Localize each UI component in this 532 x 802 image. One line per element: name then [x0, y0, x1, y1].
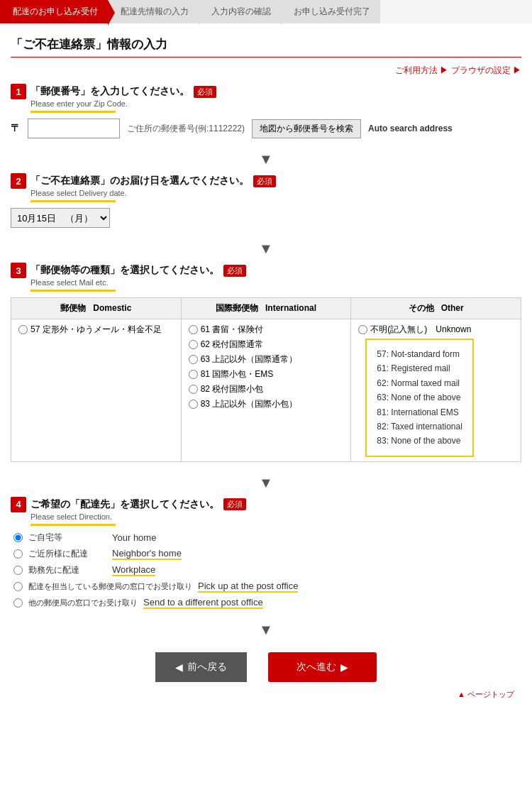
section3-header: 3 「郵便物等の種類」を選択してください。 必須 [11, 263, 521, 278]
domestic-cell: 57 定形外・ゆうメール・料金不足 [11, 319, 182, 462]
page-top-link[interactable]: ▲ ページトップ [458, 690, 514, 698]
page-title: 「ご不在連絡票」情報の入力 [11, 36, 521, 53]
radio-other-post[interactable] [13, 598, 23, 608]
direction-label-jp-other-post: 他の郵便局の窓口でお受け取り [28, 598, 138, 608]
col-other-en: Other [441, 303, 464, 313]
tooltip-line-2: 61: Registered mail [377, 361, 462, 375]
radio-row-unknown: 不明(記入無し) Unknown [358, 324, 514, 336]
section4-title-en: Please select Direction. [11, 512, 521, 521]
page-top-link-container: ▲ ページトップ [11, 689, 521, 700]
date-select[interactable]: 10月15日 （月）10月16日 （火）10月17日 （水） [11, 208, 110, 228]
col-other-header: その他 Other [351, 298, 521, 319]
arrow-down-1: ▼ [11, 151, 521, 167]
radio-workplace[interactable] [13, 566, 23, 575]
radio-61[interactable] [189, 325, 198, 334]
section4-title-jp: ご希望の「配達先」を選択してください。 [31, 498, 219, 511]
mail-type-table: 郵便物 Domestic 国際郵便物 International その他 Oth… [11, 297, 521, 462]
radio-row-82: 82 税付国際小包 [189, 383, 344, 395]
section2-title-jp: 「ご不在連絡票」のお届け日を選んでください。 [31, 175, 249, 187]
direction-label-jp-home: ご自宅等 [28, 532, 106, 544]
section-date: 2 「ご不在連絡票」のお届け日を選んでください。 必須 Please selec… [11, 173, 521, 228]
direction-label-jp-pickup: 配達を担当している郵便局の窓口でお受け取り [28, 581, 192, 592]
section4-number: 4 [11, 497, 26, 512]
back-arrow-icon: ◀ [175, 661, 183, 673]
usage-link[interactable]: ご利用方法 [395, 65, 438, 75]
label-83: 83 上記以外（国際小包） [201, 398, 298, 410]
col-domestic-header: 郵便物 Domestic [11, 298, 182, 319]
radio-row-83: 83 上記以外（国際小包） [189, 398, 344, 410]
direction-row-workplace: 勤務先に配達 Workplace [13, 564, 521, 576]
section1-number: 1 [11, 84, 26, 99]
radio-pickup[interactable] [13, 582, 23, 591]
international-cell: 61 書留・保険付 62 税付国際通常 63 上記以外（国際通常） 8 [181, 319, 351, 462]
direction-label-en-pickup: Pick up at the post office [198, 581, 298, 593]
tooltip-line-5: 81: International EMS [377, 405, 462, 419]
section4-required: 必須 [223, 498, 246, 510]
section4-header: 4 ご希望の「配達先」を選択してください。 必須 [11, 497, 521, 512]
radio-83[interactable] [189, 400, 198, 409]
top-links: ご利用方法 ▶ ブラウザの設定 ▶ [11, 65, 521, 77]
direction-label-jp-workplace: 勤務先に配達 [28, 564, 106, 576]
direction-row-other-post: 他の郵便局の窓口でお受け取り Send to a different post … [13, 597, 521, 609]
label-82: 82 税付国際小包 [201, 383, 264, 395]
radio-row-61: 61 書留・保険付 [189, 324, 344, 336]
section3-title-en: Please select Mail etc. [11, 278, 521, 287]
breadcrumb-step-1-label: 配達のお申し込み受付 [13, 6, 98, 18]
section-zip: 1 「郵便番号」を入力してください。 必須 Please enter your … [11, 84, 521, 138]
radio-62[interactable] [189, 340, 198, 349]
radio-63[interactable] [189, 355, 198, 364]
breadcrumb-step-3-label: 入力内容の確認 [211, 6, 271, 18]
radio-57[interactable] [18, 325, 28, 334]
radio-row-62: 62 税付国際通常 [189, 339, 344, 351]
back-button-label: 前へ戻る [187, 661, 227, 674]
breadcrumb-step-2-label: 配達先情報の入力 [121, 6, 189, 18]
radio-neighbor[interactable] [13, 549, 23, 559]
section-mail-type: 3 「郵便物等の種類」を選択してください。 必須 Please select M… [11, 263, 521, 462]
tooltip-line-7: 83: None of the above [377, 434, 462, 448]
next-button[interactable]: 次へ進む ▶ [268, 652, 377, 682]
auto-search-label: Auto search address [368, 123, 453, 133]
section-direction: 4 ご希望の「配達先」を選択してください。 必須 Please select D… [11, 497, 521, 609]
radio-81[interactable] [189, 370, 198, 379]
breadcrumb-step-4-label: お申し込み受付完了 [294, 6, 370, 18]
breadcrumb: 配達のお申し込み受付 配達先情報の入力 入力内容の確認 お申し込み受付完了 [0, 0, 532, 23]
divider [11, 57, 521, 57]
direction-label-en-neighbor: Neighbor's home [112, 548, 182, 560]
breadcrumb-step-4: お申し込み受付完了 [281, 0, 380, 23]
direction-row-pickup: 配達を担当している郵便局の窓口でお受け取り Pick up at the pos… [13, 581, 521, 593]
label-81: 81 国際小包・EMS [201, 368, 274, 380]
section1-title-en: Please enter your Zip Code. [11, 99, 521, 108]
bottom-nav: ◀ 前へ戻る 次へ進む ▶ [11, 652, 521, 682]
radio-home[interactable] [13, 533, 23, 542]
other-cell: 不明(記入無し) Unknown 57: Not-standard form 6… [351, 319, 521, 462]
next-button-label: 次へ進む [297, 661, 336, 674]
breadcrumb-step-1: 配達のお申し込み受付 [0, 0, 108, 23]
zip-search-button[interactable]: 地図から郵便番号を検索 [252, 119, 361, 138]
radio-unknown[interactable] [358, 325, 367, 334]
browser-link[interactable]: ブラウザの設定 [451, 65, 511, 75]
section3-number: 3 [11, 263, 26, 278]
tooltip-line-6: 82: Taxed international [377, 419, 462, 434]
label-57: 57 定形外・ゆうメール・料金不足 [31, 324, 162, 336]
radio-82[interactable] [189, 385, 198, 394]
radio-row-63: 63 上記以外（国際通常） [189, 353, 344, 366]
breadcrumb-step-3: 入力内容の確認 [199, 0, 281, 23]
back-button[interactable]: ◀ 前へ戻る [155, 652, 247, 682]
col-international-en: International [265, 303, 316, 313]
zip-input[interactable] [28, 119, 120, 138]
radio-row-57: 57 定形外・ゆうメール・料金不足 [18, 324, 174, 336]
direction-label-jp-neighbor: ご近所様に配達 [28, 548, 106, 560]
next-arrow-icon: ▶ [340, 661, 348, 673]
section3-required: 必須 [223, 265, 246, 277]
zip-hint: ご住所の郵便番号(例:1112222) [127, 123, 245, 135]
section1-header: 1 「郵便番号」を入力してください。 必須 [11, 84, 521, 99]
tooltip-line-3: 62: Normal taxed mail [377, 376, 462, 390]
page-content: 「ご不在連絡票」情報の入力 ご利用方法 ▶ ブラウザの設定 ▶ 1 「郵便番号」… [0, 29, 532, 707]
direction-row-neighbor: ご近所様に配達 Neighbor's home [13, 548, 521, 560]
section4-underline [31, 524, 116, 526]
tooltip-line-1: 57: Not-standard form [377, 347, 462, 361]
section2-header: 2 「ご不在連絡票」のお届け日を選んでください。 必須 [11, 173, 521, 189]
section1-underline [31, 111, 116, 113]
col-other-jp: その他 [409, 303, 434, 313]
tooltip-line-4: 63: None of the above [377, 390, 462, 405]
